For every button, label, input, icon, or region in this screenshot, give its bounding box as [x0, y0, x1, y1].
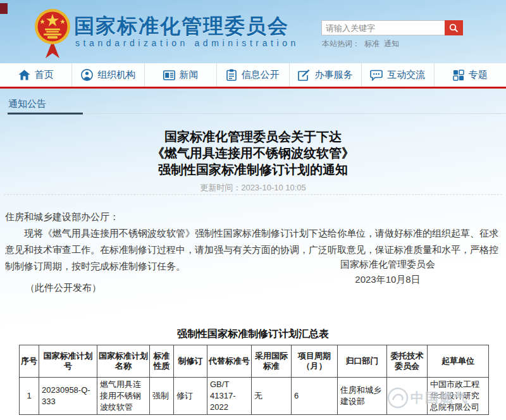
table-body: 120230958-Q-333燃气用具连接用不锈钢波纹软管强制修订GB/T 41…	[20, 378, 489, 415]
national-emblem-logo	[34, 8, 71, 61]
corner-red-mark	[0, 3, 8, 14]
article-title-line3: 强制性国家标准制修订计划的通知	[0, 161, 506, 178]
search-button[interactable]	[445, 20, 463, 35]
table-cell: 中国市政工程华北设计研究总院有限公司	[428, 378, 489, 415]
table-header-cell: 序号	[20, 345, 39, 378]
nav-item-organization[interactable]: 组织机构	[72, 63, 144, 87]
table-row: 120230958-Q-333燃气用具连接用不锈钢波纹软管强制修订GB/T 41…	[20, 378, 489, 415]
table-header-cell: 项目周期（月）	[292, 345, 338, 378]
hot-word-link-notice[interactable]: 通知	[384, 39, 399, 48]
table-header-cell: 采用国际标准	[252, 345, 292, 378]
organization-icon	[81, 69, 93, 81]
search-input[interactable]	[321, 20, 445, 35]
table-header-cell: 国家标准计划名称	[97, 345, 150, 378]
table-header-cell: 委托技术委员会	[387, 345, 428, 378]
hot-word-link-standard[interactable]: 标准	[364, 39, 379, 48]
table-cell: 20230958-Q-333	[39, 378, 97, 415]
table-cell: 住房和城乡建设部	[338, 378, 387, 415]
nav-item-home[interactable]: 首页	[0, 63, 72, 87]
signature-block: 国家标准化管理委员会 2023年10月8日	[340, 257, 435, 287]
table-header-cell: 制修订	[174, 345, 207, 378]
nav-item-info-disclosure[interactable]: 信息公开	[217, 63, 289, 87]
table-header-cell: 标准性质	[150, 345, 174, 378]
article-title-line2: 《燃气用具连接用不锈钢波纹软管》	[0, 145, 506, 161]
topics-icon	[453, 70, 464, 81]
table-cell: 无	[252, 378, 292, 415]
table-cell: 修订	[174, 378, 207, 415]
news-icon	[163, 70, 175, 80]
table-cell	[387, 378, 428, 415]
table-header-cell: 归口部门	[338, 345, 387, 378]
main-nav: 首页 组织机构 新闻 信息公开	[0, 63, 506, 89]
table-title: 强制性国家标准制修订计划汇总表	[0, 328, 506, 341]
home-icon	[18, 70, 30, 80]
breadcrumb-underline	[8, 113, 83, 114]
nav-label: 办事服务	[314, 69, 352, 81]
nav-item-interaction[interactable]: 互动交流	[362, 63, 434, 87]
nav-label: 新闻	[180, 69, 199, 81]
sign-date: 2023年10月8日	[340, 272, 435, 287]
info-disclosure-icon	[226, 69, 237, 81]
update-time: 更新时间：2023-10-10 10:05	[0, 182, 506, 194]
table-cell: 强制	[150, 378, 174, 415]
signer: 国家标准化管理委员会	[340, 257, 435, 272]
site-title: 国家标准化管理委员会	[74, 13, 340, 40]
article-title: 国家标准化管理委员会关于下达 《燃气用具连接用不锈钢波纹软管》 强制性国家标准制…	[0, 128, 506, 178]
table-cell: 6	[292, 378, 338, 415]
table-head: 序号国家标准计划号国家标准计划名称标准性质制修订代替标准号采用国际标准项目周期（…	[20, 345, 489, 378]
hot-words-label: 本站热词：	[322, 39, 360, 48]
table-header-cell: 起草单位	[428, 345, 489, 378]
nav-label: 组织机构	[97, 69, 135, 81]
salutation: 住房和城乡建设部办公厅：	[5, 209, 502, 225]
table-cell: GB/T 41317-2022	[207, 378, 252, 415]
hot-words: 本站热词：标准通知	[322, 39, 399, 49]
title-separator	[4, 194, 502, 195]
nav-label: 互动交流	[387, 69, 425, 81]
search-icon	[449, 23, 459, 33]
nav-label: 信息公开	[241, 69, 279, 81]
breadcrumb[interactable]: 通知公告	[8, 98, 46, 110]
nav-item-service[interactable]: 办事服务	[290, 63, 362, 87]
table-cell: 燃气用具连接用不锈钢波纹软管	[97, 378, 150, 415]
table-header-row: 序号国家标准计划号国家标准计划名称标准性质制修订代替标准号采用国际标准项目周期（…	[20, 345, 489, 378]
public-release-note: （此件公开发布）	[25, 282, 101, 294]
nav-item-news[interactable]: 新闻	[145, 63, 217, 87]
search-bar	[321, 20, 463, 35]
nav-label: 专题	[469, 69, 488, 81]
article-title-line1: 国家标准化管理委员会关于下达	[0, 128, 506, 145]
site-subtitle: standardization administration	[75, 38, 299, 48]
nav-label: 首页	[35, 69, 54, 81]
interaction-icon	[370, 70, 383, 81]
table-cell: 1	[20, 378, 39, 415]
service-icon	[298, 70, 310, 81]
table-header-cell: 国家标准计划号	[39, 345, 97, 378]
standards-plan-table: 序号国家标准计划号国家标准计划名称标准性质制修订代替标准号采用国际标准项目周期（…	[19, 345, 489, 415]
table-header-cell: 代替标准号	[207, 345, 252, 378]
nav-item-topics[interactable]: 专题	[435, 63, 506, 87]
